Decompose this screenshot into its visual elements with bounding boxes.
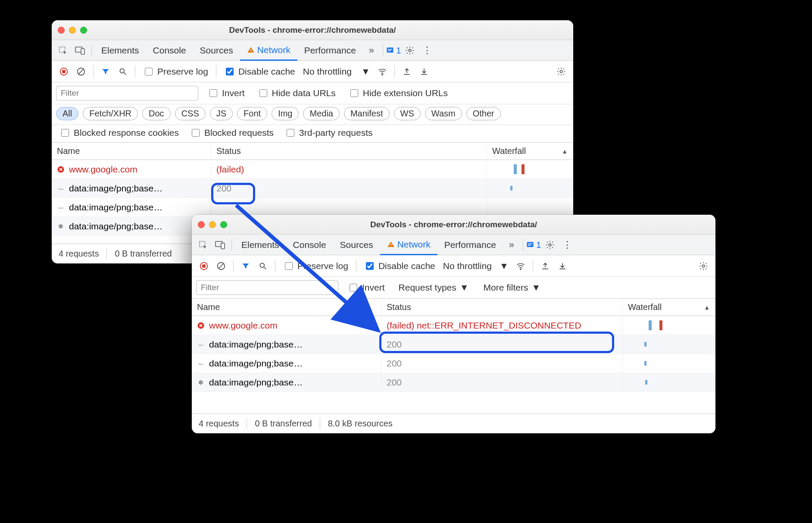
table-row[interactable]: – data:image/png;base… 200 [52,179,573,198]
request-status: 200 [381,354,623,373]
disable-cache-checkbox[interactable]: Disable cache [221,66,299,77]
type-pill-other[interactable]: Other [466,107,501,120]
blocked-requests-checkbox[interactable]: Blocked requests [187,128,277,138]
waterfall-cell [623,373,715,391]
throttling-select[interactable]: No throttling ▼ [300,66,373,77]
upload-har-icon[interactable] [399,63,415,80]
tab-elements[interactable]: Elements [234,235,286,255]
search-icon[interactable] [115,63,131,80]
table-row[interactable]: www.google.com (failed) [52,160,573,179]
more-filters-dropdown[interactable]: More filters▼ [479,282,545,293]
col-waterfall[interactable]: Waterfall▲ [487,143,573,160]
tab-sources[interactable]: Sources [333,235,380,255]
tab-console[interactable]: Console [146,40,193,61]
type-pill-font[interactable]: Font [237,107,267,120]
hide-data-urls-checkbox[interactable]: Hide data URLs [254,88,339,98]
inspect-icon[interactable] [194,236,212,254]
issues-count: 1 [536,240,541,250]
window-title: DevTools - chrome-error://chromewebdata/ [52,25,573,35]
device-toolbar-icon[interactable] [212,236,229,254]
filter-icon[interactable] [238,257,253,275]
tab-network[interactable]: Network [380,235,437,255]
maximize-icon[interactable] [80,27,87,34]
throttling-select[interactable]: No throttling ▼ [440,261,511,271]
kebab-menu-icon[interactable]: ⋮ [559,236,576,254]
titlebar[interactable]: DevTools - chrome-error://chromewebdata/ [192,215,715,235]
tab-elements[interactable]: Elements [94,40,146,61]
table-row[interactable]: ✽ data:image/png;base… 200 [192,373,715,392]
hide-ext-urls-checkbox[interactable]: Hide extension URLs [345,88,451,98]
col-status[interactable]: Status [211,143,487,160]
col-name[interactable]: Name [52,143,211,160]
network-conditions-icon[interactable] [375,63,390,80]
filter-input[interactable] [56,86,198,100]
clear-button[interactable] [73,63,89,80]
request-types-label: Request types [399,282,456,293]
device-toolbar-icon[interactable] [72,42,89,59]
table-row[interactable]: – data:image/png;base… 200 [192,335,715,354]
table-row[interactable]: www.google.com (failed) net::ERR_INTERNE… [192,316,715,335]
tab-network[interactable]: Network [240,40,297,61]
record-button[interactable] [56,63,72,80]
more-tabs-icon[interactable]: » [363,42,380,59]
invert-checkbox[interactable]: Invert [344,282,388,293]
request-types-dropdown[interactable]: Request types▼ [394,282,473,293]
preserve-log-checkbox[interactable]: Preserve log [280,261,352,271]
type-pill-img[interactable]: Img [272,107,299,120]
network-settings-icon[interactable] [553,63,569,80]
inspect-icon[interactable] [54,42,72,59]
type-pill-media[interactable]: Media [303,107,339,120]
type-pill-js[interactable]: JS [210,107,233,120]
upload-har-icon[interactable] [537,257,553,275]
tab-console[interactable]: Console [286,235,333,255]
col-name[interactable]: Name [192,299,381,316]
disable-cache-checkbox[interactable]: Disable cache [361,261,439,271]
type-pill-wasm[interactable]: Wasm [425,107,462,120]
table-row[interactable]: – data:image/png;base… 200 [192,354,715,373]
type-pill-css[interactable]: CSS [175,107,206,120]
settings-icon[interactable] [401,42,418,59]
request-status: 200 [381,335,623,354]
divider [523,239,523,251]
network-settings-icon[interactable] [696,257,711,275]
type-pill-manifest[interactable]: Manifest [344,107,390,120]
preserve-log-label: Preserve log [297,261,348,271]
divider [533,260,533,272]
close-icon[interactable] [198,221,205,228]
download-har-icon[interactable] [416,63,432,80]
minimize-icon[interactable] [209,221,216,228]
maximize-icon[interactable] [220,221,227,228]
third-party-checkbox[interactable]: 3rd-party requests [281,128,376,138]
more-tabs-icon[interactable]: » [503,236,520,254]
type-pill-doc[interactable]: Doc [142,107,171,120]
type-pill-ws[interactable]: WS [394,107,421,120]
preserve-log-checkbox[interactable]: Preserve log [140,66,212,77]
filter-input[interactable] [196,280,338,295]
image-icon: ✽ [197,379,205,386]
issues-button[interactable]: 1 [526,240,541,250]
type-pill-fetch[interactable]: Fetch/XHR [83,107,138,120]
minimize-icon[interactable] [69,27,76,34]
divider [233,260,234,272]
settings-icon[interactable] [541,236,559,254]
titlebar[interactable]: DevTools - chrome-error://chromewebdata/ [52,20,573,40]
type-pill-all[interactable]: All [56,107,78,120]
clear-button[interactable] [213,257,229,275]
filter-icon[interactable] [98,63,113,80]
search-icon[interactable] [255,257,271,275]
table-row[interactable]: – data:image/png;base… [52,198,573,217]
tab-performance[interactable]: Performance [437,235,503,255]
tab-performance[interactable]: Performance [297,40,363,61]
kebab-menu-icon[interactable]: ⋮ [418,42,436,59]
invert-checkbox[interactable]: Invert [204,88,248,98]
col-status[interactable]: Status [381,299,623,316]
record-button[interactable] [196,257,212,275]
tab-sources[interactable]: Sources [193,40,240,61]
waterfall-cell [623,316,715,335]
download-har-icon[interactable] [555,257,570,275]
network-conditions-icon[interactable] [513,257,528,275]
close-icon[interactable] [58,27,65,34]
blocked-cookies-checkbox[interactable]: Blocked response cookies [56,128,182,138]
issues-button[interactable]: 1 [386,45,401,56]
col-waterfall[interactable]: Waterfall▲ [623,299,715,316]
